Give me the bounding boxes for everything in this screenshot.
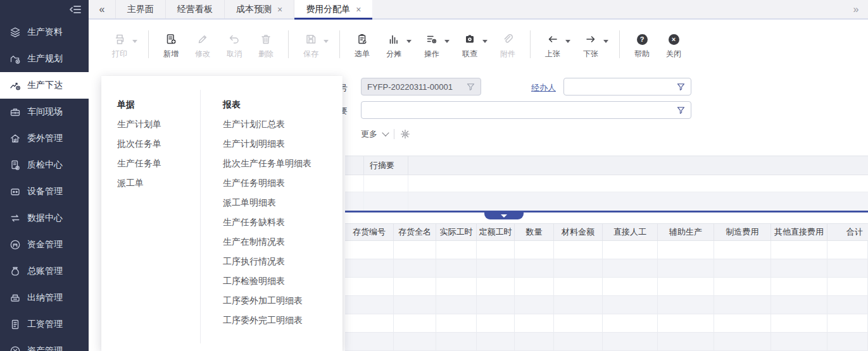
- sidebar-item-label: 委外管理: [27, 133, 63, 144]
- funds-icon: [9, 239, 21, 250]
- filter-icon[interactable]: [677, 83, 685, 91]
- allocate-button[interactable]: 分摊: [378, 33, 410, 59]
- divider: [394, 129, 394, 139]
- tab-label: 费用分配单: [306, 4, 350, 15]
- sidebar-item-production-planning[interactable]: 生产规划: [0, 46, 89, 72]
- table-row[interactable]: [345, 241, 868, 259]
- menu-item-report[interactable]: 工序委外完工明细表: [223, 311, 338, 330]
- sidebar-item-cashier[interactable]: 出纳管理: [0, 285, 89, 311]
- sidebar-item-production-data[interactable]: 生产资料: [0, 19, 89, 46]
- app-window: 生产资料 生产规划 生产下达 车间现场 委外管理 质检中心 设备管理 数据中心: [0, 0, 868, 351]
- close-doc-button[interactable]: × 关闭: [658, 33, 689, 59]
- close-circle-icon: ×: [669, 33, 679, 46]
- linked-query-dropdown-caret-icon[interactable]: [482, 40, 487, 43]
- table-row[interactable]: [345, 278, 868, 296]
- camera-search-icon: [463, 33, 476, 46]
- splitter-bar[interactable]: [345, 211, 868, 212]
- close-icon[interactable]: ×: [277, 5, 282, 14]
- actions-dropdown-caret-icon[interactable]: [444, 40, 450, 43]
- grid-cell[interactable]: [408, 175, 868, 192]
- menu-item-dispatch-order[interactable]: 派工单: [117, 173, 196, 193]
- menu-item-production-plan-order[interactable]: 生产计划单: [117, 114, 196, 134]
- sidebar-item-data-center[interactable]: 数据中心: [0, 205, 89, 231]
- sidebar-item-assets[interactable]: 资产管理: [0, 338, 89, 351]
- summary-field[interactable]: [361, 101, 691, 119]
- menu-item-report[interactable]: 生产任务缺料表: [223, 212, 338, 232]
- tab-main[interactable]: 主界面: [115, 0, 165, 18]
- filter-icon[interactable]: [677, 106, 685, 114]
- save-dropdown-caret-icon[interactable]: [324, 40, 329, 43]
- sidebar-item-outsourcing[interactable]: 委外管理: [0, 125, 89, 152]
- menu-item-batch-task-order[interactable]: 批次任务单: [117, 134, 196, 154]
- tabs-scroll-left-icon[interactable]: «: [89, 0, 115, 18]
- pick-order-button[interactable]: 选单: [346, 33, 378, 59]
- sidebar-item-payroll[interactable]: 工资管理: [0, 311, 89, 338]
- grid-cell[interactable]: [345, 175, 364, 192]
- sidebar-collapse-icon[interactable]: [68, 4, 82, 15]
- operator-link[interactable]: 经办人: [531, 82, 556, 94]
- printer-icon: [113, 33, 126, 46]
- more-button[interactable]: 更多: [361, 128, 377, 140]
- linked-query-button[interactable]: 联查: [454, 33, 486, 59]
- add-button[interactable]: 新增: [155, 33, 187, 59]
- column-header: 辅助生产: [658, 224, 714, 240]
- menu-item-report[interactable]: 工序执行情况表: [223, 252, 338, 271]
- sidebar-item-workshop[interactable]: 车间现场: [0, 99, 89, 125]
- gear-icon[interactable]: [400, 129, 410, 139]
- sidebar-item-label: 质检中心: [27, 159, 63, 171]
- prev-doc-button[interactable]: 上张: [537, 33, 569, 59]
- column-header-empty: [408, 156, 868, 175]
- paperclip-icon: [501, 33, 514, 46]
- tab-dashboard[interactable]: 经营看板: [165, 0, 224, 18]
- sidebar-item-equipment[interactable]: 设备管理: [0, 178, 89, 205]
- grid-cell[interactable]: [364, 192, 408, 211]
- menu-item-report[interactable]: 工序委外加工明细表: [223, 291, 338, 311]
- next-doc-button[interactable]: 下张: [575, 33, 607, 59]
- menu-item-report[interactable]: 生产在制情况表: [223, 232, 338, 252]
- table-row[interactable]: [345, 314, 868, 333]
- column-header: 合计: [827, 224, 868, 240]
- actions-button[interactable]: 操作: [416, 33, 448, 59]
- menu-item-report[interactable]: 生产计划明细表: [223, 134, 338, 154]
- menu-item-report[interactable]: 生产任务明细表: [223, 173, 338, 193]
- table-row[interactable]: [345, 259, 868, 278]
- menu-item-report[interactable]: 批次生产任务单明细表: [223, 154, 338, 173]
- allocate-dropdown-caret-icon[interactable]: [406, 40, 412, 43]
- menu-item-report[interactable]: 生产计划汇总表: [223, 114, 338, 134]
- help-button[interactable]: ? 帮助: [626, 33, 658, 59]
- table-row[interactable]: [345, 296, 868, 314]
- sidebar-item-production-release[interactable]: 生产下达: [0, 72, 89, 99]
- tab-label: 成本预测: [236, 4, 272, 15]
- grid-cell[interactable]: [345, 192, 364, 211]
- table-row[interactable]: [345, 192, 868, 211]
- sidebar-item-label: 生产规划: [27, 53, 63, 65]
- sidebar-item-funds[interactable]: 资金管理: [0, 231, 89, 258]
- tab-expense-allocation[interactable]: 费用分配单 ×: [294, 0, 372, 18]
- trash-icon: [260, 33, 272, 46]
- reports-column: 报表 生产计划汇总表 生产计划明细表 批次生产任务单明细表 生产任务明细表 派工…: [223, 95, 338, 330]
- sidebar-item-quality-center[interactable]: 质检中心: [0, 152, 89, 178]
- row-summary-grid: 行摘要: [345, 156, 868, 211]
- sidebar-item-general-ledger[interactable]: 总账管理: [0, 258, 89, 285]
- attachment-button: 附件: [492, 33, 524, 59]
- next-doc-dropdown-caret-icon[interactable]: [603, 40, 608, 43]
- table-row[interactable]: [345, 175, 868, 192]
- operator-field[interactable]: [563, 78, 691, 95]
- tabs-scroll-right-icon[interactable]: »: [844, 0, 868, 18]
- print-dropdown-caret-icon[interactable]: [132, 40, 137, 43]
- quality-icon: [9, 159, 21, 171]
- grid-cell[interactable]: [408, 192, 868, 211]
- splitter-collapse-button[interactable]: [484, 212, 524, 219]
- menu-item-production-task-order[interactable]: 生产任务单: [117, 154, 196, 173]
- sidebar-item-label: 数据中心: [27, 212, 63, 224]
- table-row[interactable]: [345, 333, 868, 351]
- tab-bar: « 主界面 经营看板 成本预测 × 费用分配单 × »: [89, 0, 868, 20]
- grid-cell[interactable]: [364, 175, 408, 192]
- close-icon[interactable]: ×: [356, 5, 361, 14]
- prev-doc-dropdown-caret-icon[interactable]: [565, 40, 570, 43]
- menu-item-report[interactable]: 派工单明细表: [223, 193, 338, 212]
- tab-cost-forecast[interactable]: 成本预测 ×: [224, 0, 294, 18]
- panel-divider: [200, 90, 201, 343]
- menu-item-report[interactable]: 工序检验明细表: [223, 271, 338, 291]
- chevron-down-icon[interactable]: [382, 129, 389, 136]
